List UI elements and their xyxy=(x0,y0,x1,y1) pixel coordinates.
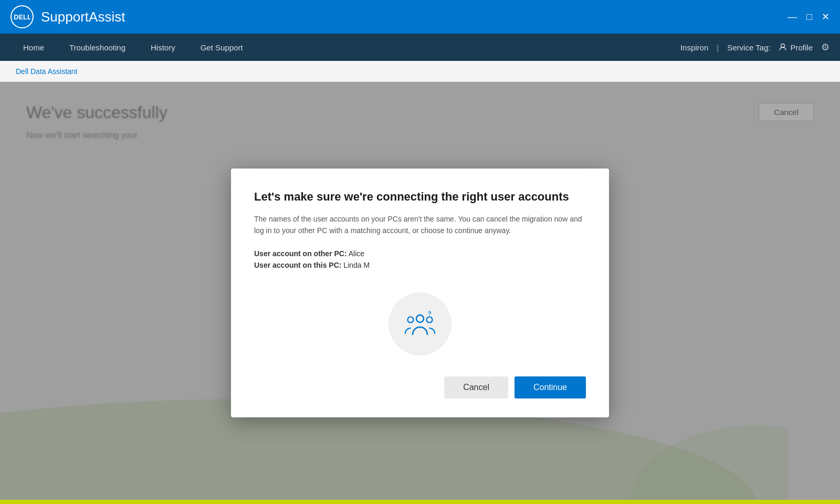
modal-cancel-button[interactable]: Cancel xyxy=(444,376,508,398)
svg-point-2 xyxy=(416,315,424,322)
close-button[interactable]: ✕ xyxy=(822,12,830,22)
modal-icon-area: ? xyxy=(254,280,586,372)
modal-overlay: Let's make sure we're connecting the rig… xyxy=(0,82,840,504)
modal-description: The names of the user accounts on your P… xyxy=(254,213,586,237)
nav-item-home[interactable]: Home xyxy=(10,34,57,61)
nav-item-get-support[interactable]: Get Support xyxy=(188,34,256,61)
breadcrumb-bar: Dell Data Assistant xyxy=(0,61,840,82)
profile-button[interactable]: Profile xyxy=(779,43,813,52)
nav-item-history[interactable]: History xyxy=(138,34,188,61)
user-other-value: Alice xyxy=(349,249,364,258)
app-title: SupportAssist xyxy=(41,9,788,25)
user-this-line: User account on this PC: Linda M xyxy=(254,261,586,269)
nav-right: Inspiron | Service Tag: Profile ⚙ xyxy=(680,41,830,53)
svg-point-3 xyxy=(408,317,414,322)
modal-buttons: Cancel Continue xyxy=(254,376,586,398)
users-icon-circle: ? xyxy=(388,292,452,355)
modal-title: Let's make sure we're connecting the rig… xyxy=(254,190,586,205)
breadcrumb: Dell Data Assistant xyxy=(16,67,78,76)
modal-user-info: User account on other PC: Alice User acc… xyxy=(254,249,586,269)
svg-text:?: ? xyxy=(428,310,432,317)
service-tag-label: Service Tag: xyxy=(727,43,770,52)
profile-icon xyxy=(779,43,787,51)
nav-items: Home Troubleshooting History Get Support xyxy=(10,34,680,61)
bottom-bar xyxy=(0,500,840,504)
main-content: We've successfully Now we'll start searc… xyxy=(0,82,840,504)
svg-text:DELL: DELL xyxy=(14,13,30,21)
modal-continue-button[interactable]: Continue xyxy=(514,376,586,398)
nav-item-troubleshooting[interactable]: Troubleshooting xyxy=(57,34,138,61)
user-other-label: User account on other PC: xyxy=(254,249,347,258)
svg-point-4 xyxy=(427,317,433,322)
title-bar: DELL SupportAssist — □ ✕ xyxy=(0,0,840,34)
nav-bar: Home Troubleshooting History Get Support… xyxy=(0,34,840,61)
settings-icon[interactable]: ⚙ xyxy=(821,41,830,53)
nav-divider: | xyxy=(717,43,719,52)
profile-label: Profile xyxy=(790,43,813,52)
dell-logo: DELL xyxy=(10,5,34,28)
maximize-button[interactable]: □ xyxy=(806,12,812,22)
user-this-value: Linda M xyxy=(343,261,370,269)
modal-dialog: Let's make sure we're connecting the rig… xyxy=(231,169,609,417)
user-other-line: User account on other PC: Alice xyxy=(254,249,586,258)
users-icon: ? xyxy=(403,309,437,339)
device-name: Inspiron xyxy=(680,43,708,52)
minimize-button[interactable]: — xyxy=(788,12,797,22)
window-controls: — □ ✕ xyxy=(788,12,830,22)
user-this-label: User account on this PC: xyxy=(254,261,341,269)
